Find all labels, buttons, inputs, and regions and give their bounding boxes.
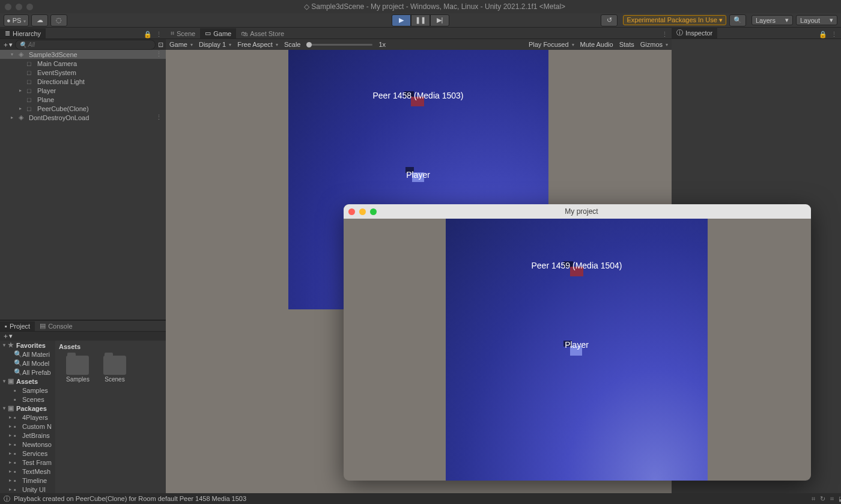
- lock-icon[interactable]: 🔒: [144, 31, 152, 38]
- add-button[interactable]: ＋▾: [2, 40, 13, 49]
- hierarchy-item[interactable]: ▸□Player: [0, 86, 166, 95]
- bug-icon[interactable]: ⌗: [812, 495, 815, 503]
- folder-item[interactable]: Samples: [66, 356, 90, 383]
- aspect-dropdown[interactable]: Free Aspect: [237, 41, 278, 48]
- fold-icon[interactable]: ▾: [11, 52, 17, 57]
- layout-dropdown[interactable]: Layout▾: [796, 15, 837, 25]
- inspector-tab[interactable]: ⓘ Inspector: [672, 27, 717, 38]
- account-button[interactable]: ● PS: [4, 14, 29, 26]
- hierarchy-item[interactable]: □Plane: [0, 95, 166, 104]
- fold-icon[interactable]: ▸: [11, 115, 17, 120]
- project-tree-item[interactable]: ▸▪JetBrains: [0, 431, 55, 440]
- project-tree-item[interactable]: 🔍All Materi: [0, 350, 55, 359]
- folder-icon: ▪: [14, 432, 21, 439]
- cloud-button[interactable]: ☁: [31, 14, 48, 26]
- fold-icon[interactable]: ▸: [7, 487, 13, 492]
- fold-icon[interactable]: ▸: [19, 88, 25, 93]
- hierarchy-item[interactable]: □Directional Light: [0, 77, 166, 86]
- hierarchy-item[interactable]: ▾◈Sample3dScene⋮: [0, 50, 166, 59]
- kebab-icon[interactable]: ⋮: [831, 31, 837, 38]
- fold-icon[interactable]: ▸: [7, 433, 13, 438]
- fold-icon[interactable]: ▸: [7, 442, 13, 447]
- project-tree[interactable]: ▾★Favorites🔍All Materi🔍All Model🔍All Pre…: [0, 341, 55, 504]
- hierarchy-search[interactable]: 🔍 All: [15, 40, 156, 50]
- gizmos-dropdown[interactable]: Gizmos: [640, 41, 668, 48]
- project-tree-item[interactable]: ▸▪Test Fram: [0, 458, 55, 467]
- project-tree-item[interactable]: ▸▪Newtonso: [0, 440, 55, 449]
- lock-icon[interactable]: 🔒: [819, 31, 827, 38]
- hierarchy-item[interactable]: □EventSystem: [0, 68, 166, 77]
- hierarchy-item-label: Directional Light: [37, 78, 85, 85]
- fold-icon[interactable]: ▾: [1, 405, 7, 411]
- max-dot[interactable]: [26, 4, 33, 10]
- chevron-down-icon: [21, 17, 26, 24]
- project-tab[interactable]: ▪ Project: [0, 321, 35, 331]
- project-tree-item[interactable]: ▸▪TextMesh: [0, 467, 55, 476]
- cache-icon[interactable]: ⬓: [839, 495, 841, 503]
- project-tree-item[interactable]: ▸▪4Players: [0, 413, 55, 422]
- asset-store-tab[interactable]: 🛍Asset Store: [236, 29, 289, 38]
- fold-icon[interactable]: ▸: [7, 460, 13, 465]
- undo-history-button[interactable]: ↺: [601, 14, 618, 26]
- player-window[interactable]: My project Peer 1459 (Media 1504) Player: [344, 204, 811, 481]
- game-tab[interactable]: ▭Game: [200, 28, 236, 38]
- fold-icon[interactable]: ▸: [7, 424, 13, 429]
- project-tree-item[interactable]: ▸▪Unity UI: [0, 485, 55, 494]
- step-button[interactable]: ▶|: [430, 14, 449, 26]
- project-grid[interactable]: Assets Samples Scenes: [55, 341, 166, 504]
- project-tree-item[interactable]: ▪Scenes: [0, 395, 55, 404]
- hierarchy-collapse-icon[interactable]: ⊡: [158, 41, 163, 49]
- stats-toggle[interactable]: Stats: [619, 41, 634, 48]
- fold-icon[interactable]: ▸: [7, 414, 13, 420]
- project-tree-item[interactable]: ▸▪Custom N: [0, 422, 55, 431]
- kebab-icon[interactable]: ⋮: [156, 50, 162, 58]
- hierarchy-tab[interactable]: ≣ Hierarchy: [0, 28, 46, 38]
- display-dropdown[interactable]: Display 1: [199, 41, 231, 48]
- search-button[interactable]: 🔍: [729, 14, 746, 26]
- max-dot[interactable]: [370, 208, 377, 215]
- hierarchy-item[interactable]: ▸◈DontDestroyOnLoad⋮: [0, 113, 166, 122]
- console-tab[interactable]: ▤ Console: [35, 321, 77, 331]
- kebab-icon[interactable]: ⋮: [156, 114, 162, 121]
- project-tree-item[interactable]: ▸▪Timeline: [0, 476, 55, 485]
- fold-icon[interactable]: ▾: [1, 378, 7, 384]
- kebab-icon[interactable]: ⋮: [661, 31, 668, 38]
- pause-button[interactable]: ❚❚: [411, 14, 430, 26]
- kebab-icon[interactable]: ⋮: [156, 31, 162, 38]
- fold-icon[interactable]: ▸: [19, 106, 25, 111]
- hierarchy-tabs: ≣ Hierarchy 🔒 ⋮: [0, 28, 166, 39]
- layers-dropdown[interactable]: Layers▾: [751, 15, 793, 25]
- asset-store-icon: 🛍: [241, 30, 247, 37]
- fold-icon[interactable]: ▸: [7, 478, 13, 483]
- play-button[interactable]: ▶: [392, 14, 411, 26]
- play-focused-dropdown[interactable]: Play Focused: [529, 41, 574, 48]
- hierarchy-tree[interactable]: ▾◈Sample3dScene⋮□Main Camera□EventSystem…: [0, 50, 166, 320]
- game-camera-dropdown[interactable]: Game: [169, 41, 193, 48]
- chevron-down-icon: ▾: [830, 16, 833, 24]
- project-tree-item[interactable]: ▪Samples: [0, 386, 55, 395]
- min-dot[interactable]: [359, 208, 366, 215]
- project-tree-item[interactable]: ▾▣Assets: [0, 377, 55, 386]
- scale-slider[interactable]: [306, 44, 372, 46]
- project-tree-item[interactable]: ▸▪Services: [0, 449, 55, 458]
- sync-button[interactable]: ◌: [50, 14, 67, 26]
- experimental-packages-badge[interactable]: Experimental Packages In Use ▾: [623, 15, 726, 25]
- close-dot[interactable]: [348, 208, 355, 215]
- close-dot[interactable]: [5, 4, 11, 10]
- project-tree-item[interactable]: ▾▣Packages: [0, 404, 55, 413]
- fold-icon[interactable]: ▾: [1, 342, 7, 348]
- hierarchy-item[interactable]: □Main Camera: [0, 59, 166, 68]
- min-dot[interactable]: [16, 4, 22, 10]
- hierarchy-item[interactable]: ▸□PeerCube(Clone): [0, 104, 166, 113]
- add-button[interactable]: ＋▾: [2, 332, 13, 341]
- grid-snap-icon[interactable]: ⌗: [830, 495, 834, 503]
- project-tree-item[interactable]: 🔍All Prefab: [0, 368, 55, 377]
- project-tree-item[interactable]: ▾★Favorites: [0, 341, 55, 350]
- autorefresh-icon[interactable]: ↻: [820, 495, 825, 503]
- fold-icon[interactable]: ▸: [7, 451, 13, 456]
- project-tree-item[interactable]: 🔍All Model: [0, 359, 55, 368]
- fold-icon[interactable]: ▸: [7, 469, 13, 474]
- mute-toggle[interactable]: Mute Audio: [580, 41, 613, 48]
- folder-item[interactable]: Scenes: [103, 356, 126, 383]
- scene-tab[interactable]: ⌗Scene: [166, 28, 200, 38]
